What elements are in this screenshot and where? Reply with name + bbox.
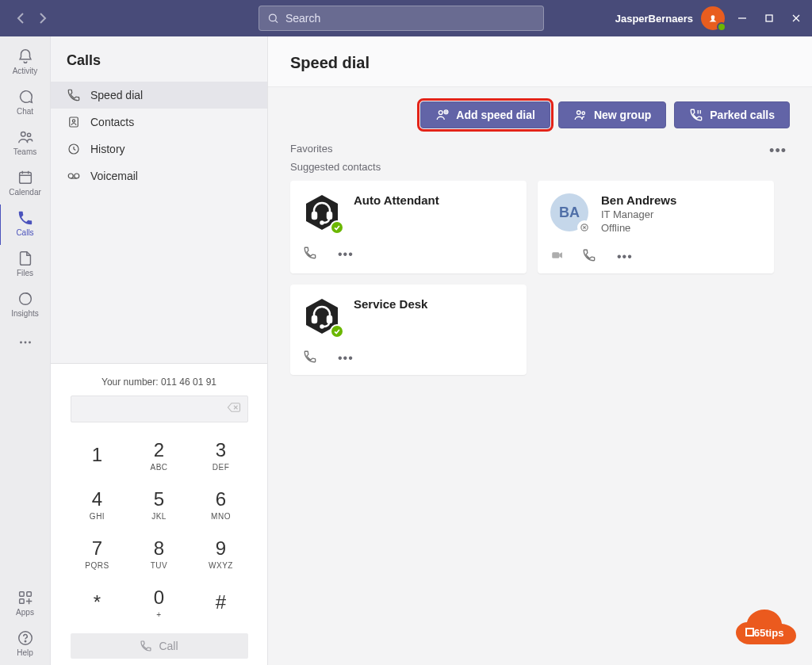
card-more[interactable]: ••• xyxy=(335,351,357,365)
dialpad-key-3[interactable]: 3DEF xyxy=(190,430,252,480)
sidebar-item-history[interactable]: History xyxy=(51,136,267,162)
rail-more[interactable] xyxy=(0,329,51,359)
sidebar-item-label: Voicemail xyxy=(90,170,138,182)
add-contact-icon xyxy=(435,108,450,122)
key-letters: GHI xyxy=(90,512,105,521)
rail-help[interactable]: Help xyxy=(0,625,51,665)
dialpad-key-5[interactable]: 5JKL xyxy=(128,480,190,529)
avatar[interactable] xyxy=(701,6,725,30)
key-digit: # xyxy=(216,591,226,613)
your-number: Your number: 011 46 01 91 xyxy=(59,376,259,388)
call-button[interactable]: Call xyxy=(71,633,248,659)
svg-rect-39 xyxy=(327,212,331,219)
key-letters: MNO xyxy=(211,512,231,521)
rail-activity[interactable]: Activity xyxy=(0,43,51,83)
key-digit: * xyxy=(94,591,101,613)
card-more[interactable]: ••• xyxy=(335,247,357,262)
dialpad-key-2[interactable]: 2ABC xyxy=(128,430,190,480)
video-call-button[interactable] xyxy=(550,248,565,266)
rail-calls[interactable]: Calls xyxy=(0,204,50,245)
nav-back[interactable] xyxy=(11,9,30,28)
window-maximize[interactable] xyxy=(760,9,779,28)
add-speed-dial-button[interactable]: Add speed dial xyxy=(420,101,550,128)
titlebar: JasperBernaers xyxy=(0,0,812,36)
search-icon xyxy=(267,12,279,25)
rail-label: Insights xyxy=(11,309,38,318)
call-button-label: Call xyxy=(159,640,178,652)
contact-subtitle: IT Manager xyxy=(601,208,676,220)
key-letters: DEF xyxy=(213,463,230,472)
svg-point-0 xyxy=(269,14,276,21)
svg-rect-46 xyxy=(312,316,316,323)
svg-point-29 xyxy=(439,111,443,115)
svg-line-1 xyxy=(275,21,278,23)
rail-label: Calendar xyxy=(9,188,41,197)
dial-input[interactable] xyxy=(71,396,248,422)
svg-point-14 xyxy=(24,342,26,344)
favorites-label: Favorites xyxy=(290,143,332,155)
window-close[interactable] xyxy=(787,9,806,28)
key-digit: 2 xyxy=(154,439,164,461)
avatar: BA xyxy=(550,193,588,231)
contact-card[interactable]: Auto Attendant••• xyxy=(290,181,527,273)
svg-rect-16 xyxy=(19,592,24,597)
dialpad-key-0[interactable]: 0+ xyxy=(128,578,190,627)
window-minimize[interactable] xyxy=(733,9,752,28)
button-label: Parked calls xyxy=(710,109,775,121)
svg-rect-38 xyxy=(312,212,316,219)
rail-apps[interactable]: Apps xyxy=(0,584,51,625)
dialpad-key-4[interactable]: 4GHI xyxy=(67,480,128,529)
dialpad-key-8[interactable]: 8TUV xyxy=(128,529,190,578)
svg-rect-51 xyxy=(747,629,753,635)
svg-point-33 xyxy=(576,111,580,115)
history-icon xyxy=(67,142,81,156)
backspace-icon[interactable] xyxy=(227,402,241,416)
dialpad-key-#[interactable]: # xyxy=(190,578,252,627)
rail-label: Apps xyxy=(16,608,34,617)
audio-call-button[interactable] xyxy=(303,246,317,263)
rail-teams[interactable]: Teams xyxy=(0,124,51,164)
audio-call-button[interactable] xyxy=(303,350,317,367)
rail-insights[interactable]: Insights xyxy=(0,285,51,326)
dialpad-key-6[interactable]: 6MNO xyxy=(190,480,252,529)
contact-card[interactable]: Service Desk••• xyxy=(290,285,527,375)
section-more[interactable]: ••• xyxy=(766,141,790,161)
parked-calls-button[interactable]: Parked calls xyxy=(674,101,790,128)
key-letters: WXYZ xyxy=(209,561,233,570)
svg-rect-17 xyxy=(26,592,31,597)
sidebar-item-label: History xyxy=(90,143,125,155)
svg-rect-3 xyxy=(766,15,772,21)
search-input[interactable] xyxy=(285,12,535,25)
dialpad-key-*[interactable]: * xyxy=(67,578,128,627)
card-more[interactable]: ••• xyxy=(614,250,636,264)
svg-point-40 xyxy=(321,222,324,224)
key-digit: 9 xyxy=(216,537,226,560)
rail-files[interactable]: Files xyxy=(0,245,51,285)
dialpad-key-1[interactable]: 1 xyxy=(67,430,128,480)
audio-call-button[interactable] xyxy=(582,248,596,266)
new-group-button[interactable]: New group xyxy=(558,101,666,128)
key-digit: 5 xyxy=(154,488,164,510)
bot-avatar-icon xyxy=(303,193,341,231)
sidebar-item-voicemail[interactable]: Voicemail xyxy=(51,162,267,189)
dialpad-key-9[interactable]: 9WXYZ xyxy=(190,529,252,578)
app-rail: Activity Chat Teams Calendar Calls Files… xyxy=(0,36,51,665)
contact-card[interactable]: BABen AndrewsIT ManagerOffline••• xyxy=(538,181,774,273)
svg-rect-44 xyxy=(552,252,559,258)
contact-status: Offline xyxy=(601,222,676,234)
rail-label: Activity xyxy=(13,67,38,75)
dialpad: 12ABC3DEF4GHI5JKL6MNO7PQRS8TUV9WXYZ*0+# xyxy=(67,430,252,627)
username: JasperBernaers xyxy=(615,13,693,25)
sidebar-item-label: Contacts xyxy=(90,116,134,128)
presence-available-icon xyxy=(330,220,344,235)
search-box[interactable] xyxy=(259,6,544,31)
dialpad-key-7[interactable]: 7PQRS xyxy=(67,529,128,578)
rail-calendar[interactable]: Calendar xyxy=(0,164,51,204)
rail-chat[interactable]: Chat xyxy=(0,83,51,124)
key-digit: 0 xyxy=(154,587,164,609)
sidebar-item-speed-dial[interactable]: Speed dial xyxy=(51,82,267,109)
sidebar-item-contacts[interactable]: Contacts xyxy=(51,109,267,136)
key-letters: + xyxy=(156,610,161,619)
svg-point-13 xyxy=(20,342,22,344)
nav-forward[interactable] xyxy=(33,9,52,28)
